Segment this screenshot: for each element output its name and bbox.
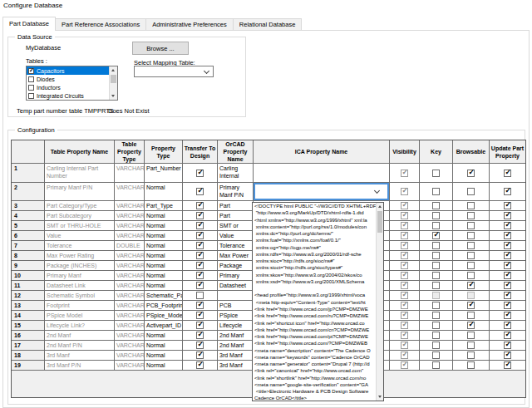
- key-checkbox[interactable]: [432, 322, 440, 329]
- visibility-checkbox[interactable]: [401, 351, 408, 359]
- row-number[interactable]: 3: [12, 201, 45, 211]
- key-checkbox[interactable]: [432, 361, 440, 369]
- update-part-checkbox[interactable]: [504, 322, 511, 329]
- table-checkbox-icon[interactable]: [28, 93, 34, 99]
- cell-orcad-property-name[interactable]: [218, 291, 254, 301]
- table-checkbox-icon[interactable]: [28, 76, 34, 82]
- transfer-checkbox[interactable]: [196, 351, 204, 359]
- cell-property-type[interactable]: Normal: [145, 241, 183, 251]
- mapping-table-combobox[interactable]: [134, 66, 214, 77]
- cell-property-type[interactable]: PSpice_Model: [145, 311, 183, 321]
- update-part-checkbox[interactable]: [504, 361, 511, 369]
- cell-table-property-name[interactable]: Lifecycle Link?: [45, 321, 115, 331]
- dropdown-option[interactable]: <link rel="canonical" href="http://www.o…: [253, 367, 376, 374]
- cell-orcad-property-name[interactable]: Tolerance: [218, 241, 254, 251]
- row-number[interactable]: 1: [12, 164, 45, 183]
- row-number[interactable]: 19: [12, 361, 45, 371]
- ica-dropdown-list[interactable]: <!DOCTYPE html PUBLIC "-//W3C//DTD XHTML…: [252, 202, 384, 401]
- transfer-checkbox[interactable]: [196, 242, 204, 249]
- scroll-up-icon[interactable]: [111, 69, 115, 71]
- update-part-checkbox[interactable]: [504, 202, 511, 209]
- row-number[interactable]: 14: [12, 311, 45, 321]
- browsable-checkbox[interactable]: [467, 242, 475, 249]
- dropdown-option[interactable]: <link rel="shortlink" href="http://www.o…: [253, 375, 376, 381]
- cell-property-type[interactable]: Part_Type: [145, 201, 183, 211]
- cell-table-property-name[interactable]: Part Subcategory: [45, 211, 115, 221]
- cell-table-property-name[interactable]: 3rd Manf: [45, 351, 115, 361]
- visibility-checkbox[interactable]: [401, 252, 408, 259]
- dropdown-option[interactable]: xmlns:foaf="http://xmlns.com/foaf/0.1/": [253, 237, 376, 243]
- dropdown-option[interactable]: xmlns:content="http://purl.org/rss/1.0/m…: [253, 224, 376, 230]
- dropdown-option[interactable]: [253, 285, 376, 292]
- row-number[interactable]: 11: [12, 281, 45, 291]
- cell-table-property-name[interactable]: Schematic Symbol: [45, 291, 115, 301]
- key-checkbox[interactable]: [432, 262, 440, 269]
- visibility-checkbox[interactable]: [401, 222, 408, 229]
- dropdown-option[interactable]: xmlns:sioc="http://rdfs.org/sioc/ns#": [253, 258, 376, 264]
- browsable-checkbox[interactable]: [467, 232, 475, 239]
- cell-table-property-name[interactable]: Tolerance: [45, 241, 115, 251]
- cell-property-type[interactable]: Part_Number: [145, 164, 183, 183]
- table-checkbox-icon[interactable]: [28, 85, 34, 91]
- cell-table-property-name[interactable]: Carling Internal Part Number: [45, 164, 115, 183]
- cell-property-type[interactable]: Normal: [145, 231, 183, 241]
- scroll-down-icon[interactable]: [378, 396, 382, 398]
- visibility-checkbox[interactable]: [401, 262, 408, 269]
- transfer-checkbox[interactable]: [196, 170, 204, 177]
- browsable-checkbox[interactable]: [467, 332, 475, 339]
- dropdown-option[interactable]: <link href="http://www.orcad.com/ru?CMP=…: [253, 312, 376, 319]
- cell-table-property-name[interactable]: Primary Manf: [45, 271, 115, 281]
- transfer-checkbox[interactable]: [196, 292, 204, 299]
- transfer-checkbox[interactable]: [196, 212, 204, 219]
- table-list-item[interactable]: Capacitors: [27, 66, 109, 75]
- update-part-checkbox[interactable]: [504, 351, 511, 359]
- browsable-checkbox[interactable]: [467, 262, 475, 269]
- browsable-checkbox[interactable]: [467, 252, 475, 259]
- cell-orcad-property-name[interactable]: Datasheet Link: [218, 281, 254, 291]
- row-number[interactable]: 9: [12, 261, 45, 271]
- dropdown-scrollbar[interactable]: [376, 203, 383, 401]
- cell-ica-property-name[interactable]: [254, 183, 390, 201]
- cell-orcad-property-name[interactable]: 2nd Manf: [218, 331, 254, 341]
- cell-orcad-property-name[interactable]: Part Subcategory: [218, 211, 254, 221]
- cell-property-type[interactable]: PCB_Footprint: [145, 301, 183, 311]
- transfer-checkbox[interactable]: [196, 272, 204, 279]
- dropdown-option[interactable]: Cadence OrCAD</title>: [253, 395, 376, 401]
- dropdown-option[interactable]: <head profile="http://www.w3.org/1999/xh…: [253, 292, 376, 298]
- table-list-item[interactable]: Diodes: [27, 75, 109, 83]
- key-checkbox[interactable]: [432, 202, 440, 209]
- dropdown-option[interactable]: <link href="http://www.orcad.com/cn?CMP=…: [253, 327, 376, 333]
- row-number[interactable]: 16: [12, 331, 45, 341]
- visibility-checkbox[interactable]: [401, 282, 408, 289]
- browsable-checkbox[interactable]: [467, 322, 475, 329]
- row-number[interactable]: 5: [12, 221, 45, 231]
- cell-property-type[interactable]: Normal: [145, 221, 183, 231]
- dropdown-option[interactable]: <title>Electronic Hardware & PCB Design …: [253, 388, 376, 395]
- cell-table-property-name[interactable]: 2nd Manf P/N: [45, 341, 115, 351]
- visibility-checkbox[interactable]: [401, 232, 408, 239]
- cell-table-property-name[interactable]: Max Power Rating: [45, 251, 115, 261]
- browsable-checkbox[interactable]: [467, 170, 475, 177]
- scroll-down-icon[interactable]: [111, 95, 115, 97]
- visibility-checkbox[interactable]: [401, 170, 408, 177]
- update-part-checkbox[interactable]: [504, 212, 511, 219]
- key-checkbox[interactable]: [432, 212, 440, 219]
- key-checkbox[interactable]: [432, 312, 440, 319]
- tab[interactable]: Administrative Preferences: [145, 18, 234, 31]
- transfer-checkbox[interactable]: [196, 302, 204, 309]
- row-number[interactable]: 15: [12, 321, 45, 331]
- visibility-checkbox[interactable]: [401, 312, 408, 319]
- key-checkbox[interactable]: [432, 188, 440, 195]
- cell-property-type[interactable]: Activepart_ID: [145, 321, 183, 331]
- row-number[interactable]: 4: [12, 211, 45, 221]
- key-checkbox[interactable]: [432, 232, 440, 239]
- tab[interactable]: Part Reference Associations: [55, 18, 146, 31]
- tab[interactable]: Relational Database: [233, 18, 303, 31]
- update-part-checkbox[interactable]: [504, 312, 511, 319]
- visibility-checkbox[interactable]: [401, 302, 408, 309]
- transfer-checkbox[interactable]: [196, 312, 204, 319]
- browsable-checkbox[interactable]: [467, 212, 475, 219]
- browsable-checkbox[interactable]: [467, 342, 475, 349]
- cell-orcad-property-name[interactable]: 2nd Manf P/N: [218, 341, 254, 351]
- chevron-down-icon[interactable]: [374, 188, 380, 194]
